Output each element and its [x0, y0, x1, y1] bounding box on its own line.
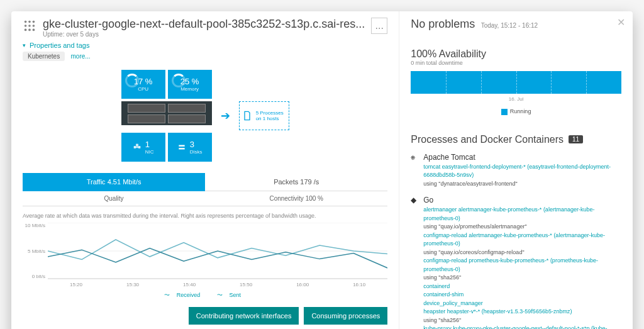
process-list: alertmanager alertmanager-kube-prometheu… [423, 206, 621, 329]
processes-title-text: Processes and Docker Containers [411, 134, 564, 145]
processes-box-label: 5 Processes on 1 hosts [256, 110, 286, 121]
availability-legend: Running [411, 108, 621, 115]
process-list-row: kube-proxy kube-proxy-gke-cluster-google… [423, 325, 621, 329]
overflow-menu-button[interactable]: ... [371, 18, 387, 34]
process-list-row: device_policy_manager [423, 299, 621, 308]
x-label: 15:40 [183, 282, 196, 287]
x-label: 15:20 [70, 282, 82, 287]
running-swatch-icon [501, 109, 508, 115]
x-axis-labels: 15:20 15:30 15:40 15:50 16:00 16:10 [48, 282, 387, 287]
tech-icon: ◆ [411, 196, 419, 204]
cpu-label: CPU [138, 86, 148, 92]
svg-point-8 [33, 29, 35, 31]
availability-subtitle: 0 min total downtime [411, 60, 621, 66]
x-label: 15:50 [240, 282, 252, 287]
process-link[interactable]: tomcat easytravel-frontend-deployment-* [423, 164, 526, 170]
svg-point-4 [28, 25, 31, 27]
processes-count-badge: 11 [569, 135, 583, 143]
properties-toggle[interactable]: ▾ Properties and tags [23, 42, 387, 49]
process-group: ◆Goalertmanager alertmanager-kube-promet… [411, 196, 621, 329]
svg-rect-10 [179, 148, 184, 149]
tile-server-visual [121, 101, 212, 125]
mem-label: Memory [180, 86, 199, 92]
properties-label: Properties and tags [30, 42, 89, 49]
availability-title: 100% Availability [411, 48, 621, 60]
subtab-connectivity[interactable]: Connectivity 100 % [205, 191, 387, 206]
process-link[interactable]: containerd [423, 283, 450, 289]
availability-xlabel: 16. Jul [411, 96, 621, 102]
y-label: 0 bit/s [23, 274, 45, 279]
process-plain-text: using "sha256" [423, 317, 461, 323]
left-panel: gke-cluster-google-next--default-pool-38… [11, 11, 399, 329]
svg-point-1 [28, 21, 31, 23]
y-axis-labels: 10 Mbit/s 5 Mbit/s 0 bit/s [23, 223, 45, 279]
svg-point-3 [25, 25, 27, 27]
svg-point-5 [33, 25, 35, 27]
process-group-name: Go [423, 196, 433, 204]
process-group-header: ◆Go [411, 196, 621, 204]
process-link[interactable]: containerd-shim [423, 291, 464, 298]
document-icon [242, 111, 252, 121]
process-plain-text: using "quay.io/prometheus/alertmanager" [423, 223, 526, 230]
process-list-row: using "sha256" [423, 316, 621, 325]
tile-disks[interactable]: 3Disks [168, 133, 212, 162]
memory-donut-icon [172, 74, 186, 87]
disks-icon [177, 143, 186, 152]
nic-label: NIC [145, 149, 154, 155]
legend-sent: 〜 Sent [217, 292, 246, 298]
tile-nic[interactable]: 1NIC [121, 133, 165, 162]
tech-icon: ⎈ [411, 153, 419, 162]
process-list-row: using "quay.io/prometheus/alertmanager" [423, 223, 621, 231]
metric-tabs: Traffic 4.51 Mbit/s Packets 179 /s [23, 173, 387, 191]
y-label: 10 Mbit/s [23, 223, 45, 228]
process-link[interactable]: kube-proxy kube-proxy-gke-cluster-google… [423, 325, 589, 329]
process-link[interactable]: configmap-reload alertmanager-kube-prome… [423, 232, 552, 238]
process-link[interactable]: device_policy_manager [423, 300, 483, 306]
page-title: gke-cluster-google-next--default-pool-38… [43, 18, 365, 31]
uptime-label: Uptime: over 5 days [43, 31, 365, 38]
metric-subtabs: Quality Connectivity 100 % [23, 191, 387, 206]
nic-value: 1 [145, 140, 154, 149]
process-list-row: containerd-shim [423, 291, 621, 299]
process-link[interactable]: configmap-reload prometheus-kube-prometh… [423, 257, 548, 264]
tile-memory[interactable]: 25 % Memory [168, 70, 212, 99]
problems-range: Today, 15:12 - 16:12 [481, 22, 538, 29]
process-link[interactable]: heapster heapster-v*-* [423, 308, 480, 315]
disks-value: 3 [190, 140, 203, 149]
processes-box[interactable]: 5 Processes on 1 hosts [239, 101, 289, 130]
chart-legend: 〜 Received 〜 Sent [23, 291, 387, 299]
arrow-icon: ➔ [221, 109, 230, 123]
disks-label: Disks [190, 149, 203, 155]
process-list-row: configmap-reload prometheus-kube-prometh… [423, 257, 621, 274]
process-link[interactable]: alertmanager alertmanager-kube-prometheu… [423, 206, 541, 213]
more-link[interactable]: more... [71, 53, 91, 60]
nic-icon [133, 143, 142, 152]
process-list-row: configmap-reload alertmanager-kube-prome… [423, 231, 621, 248]
right-panel: ✕ No problems Today, 15:12 - 16:12 100% … [399, 11, 633, 329]
tab-packets[interactable]: Packets 179 /s [205, 173, 387, 191]
svg-point-6 [25, 29, 27, 31]
action-buttons: Contributing network interfaces Consumin… [23, 307, 387, 325]
process-list-row: containerd [423, 282, 621, 291]
problems-header: No problems Today, 15:12 - 16:12 [411, 18, 621, 31]
process-plain-text: using "quay.io/coreos/configmap-reload" [423, 249, 524, 255]
subtab-quality[interactable]: Quality [23, 191, 205, 206]
tile-cpu[interactable]: 17 % CPU [121, 70, 165, 99]
app-shell: gke-cluster-google-next--default-pool-38… [11, 11, 633, 329]
tab-traffic[interactable]: Traffic 4.51 Mbit/s [23, 173, 205, 191]
close-icon[interactable]: ✕ [617, 16, 625, 28]
availability-legend-label: Running [510, 108, 531, 114]
x-label: 16:00 [296, 282, 309, 287]
processes-section-title: Processes and Docker Containers 11 [411, 134, 621, 145]
consuming-processes-button[interactable]: Consuming processes [304, 307, 387, 325]
legend-received: 〜 Received [164, 292, 205, 298]
process-group: ⎈Apache Tomcattomcat easytravel-frontend… [411, 153, 621, 189]
process-plain-text: using "sha256" [423, 274, 461, 281]
contributing-interfaces-button[interactable]: Contributing network interfaces [189, 307, 299, 325]
process-plain-text: using "dynatrace/easytravel-frontend" [423, 181, 517, 187]
traffic-chart: 10 Mbit/s 5 Mbit/s 0 bit/s [48, 223, 387, 279]
chart-svg [48, 223, 387, 279]
tag-kubernetes[interactable]: Kubernetes [23, 52, 65, 61]
process-list-row: tomcat easytravel-frontend-deployment-* … [423, 163, 621, 180]
process-list: tomcat easytravel-frontend-deployment-* … [423, 163, 621, 189]
